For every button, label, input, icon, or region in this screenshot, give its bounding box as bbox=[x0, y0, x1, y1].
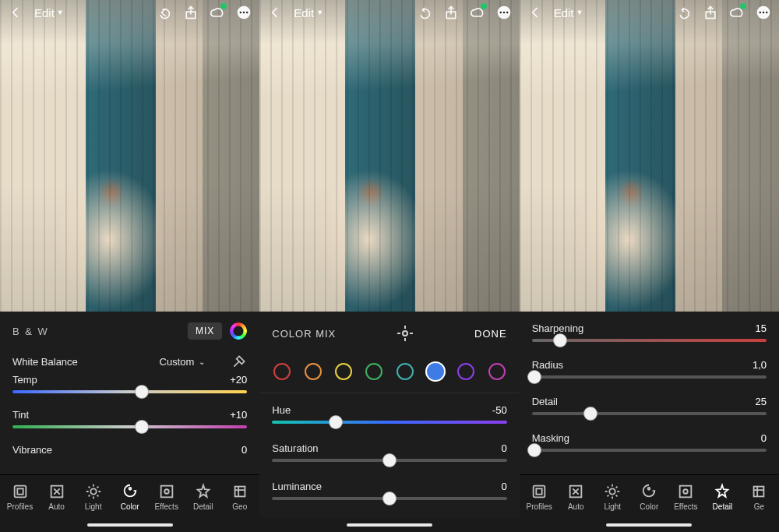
back-icon[interactable] bbox=[527, 5, 543, 20]
controls-panel: B & W MIX White Balance Custom ⌄ Temp+20 bbox=[0, 312, 259, 532]
color-icon bbox=[640, 483, 657, 500]
slider-thumb[interactable] bbox=[527, 370, 541, 384]
cloud-sync-icon[interactable] bbox=[210, 5, 225, 20]
tab-light[interactable]: Light bbox=[78, 483, 109, 511]
mode-selector[interactable]: Edit▼ bbox=[34, 6, 64, 19]
undo-icon[interactable] bbox=[417, 5, 432, 20]
swatch-magenta[interactable] bbox=[488, 363, 506, 380]
sharpen-slider[interactable] bbox=[532, 339, 767, 342]
tab-profiles[interactable]: Profiles bbox=[5, 483, 36, 511]
share-icon[interactable] bbox=[703, 5, 718, 20]
home-indicator bbox=[259, 518, 519, 532]
photo-preview[interactable] bbox=[520, 0, 779, 312]
top-bar: Edit▼ bbox=[520, 0, 779, 25]
svg-point-4 bbox=[246, 12, 249, 14]
tab-effects[interactable]: Effects bbox=[670, 483, 701, 511]
tab-geo[interactable]: Geo bbox=[224, 483, 256, 511]
slider-thumb[interactable] bbox=[583, 407, 597, 421]
auto-icon bbox=[567, 483, 584, 500]
eyedropper-icon[interactable] bbox=[231, 354, 247, 369]
tab-label: Effects bbox=[674, 502, 697, 511]
temp-slider[interactable] bbox=[12, 390, 247, 393]
wb-selector[interactable]: Custom ⌄ bbox=[160, 356, 206, 368]
swatch-red[interactable] bbox=[273, 363, 291, 380]
slider-thumb[interactable] bbox=[135, 385, 149, 399]
slider-thumb[interactable] bbox=[382, 453, 397, 467]
radius-slider[interactable] bbox=[532, 375, 767, 379]
svg-rect-12 bbox=[234, 486, 245, 496]
slider-thumb[interactable] bbox=[135, 420, 149, 434]
svg-point-18 bbox=[403, 331, 407, 336]
mix-button[interactable]: MIX bbox=[188, 322, 222, 340]
undo-icon[interactable] bbox=[157, 5, 172, 20]
swatch-yellow[interactable] bbox=[335, 363, 352, 380]
tab-effects[interactable]: Effects bbox=[151, 483, 182, 511]
tab-auto[interactable]: Auto bbox=[41, 483, 72, 511]
svg-rect-10 bbox=[160, 485, 172, 497]
more-icon[interactable] bbox=[756, 5, 771, 20]
mask-slider[interactable] bbox=[532, 449, 767, 452]
swatch-blue[interactable] bbox=[427, 363, 444, 380]
hue-value: -50 bbox=[492, 404, 507, 416]
svg-point-17 bbox=[506, 12, 509, 14]
svg-point-21 bbox=[760, 12, 762, 14]
cloud-sync-icon[interactable] bbox=[729, 5, 745, 20]
photo-preview[interactable] bbox=[0, 0, 259, 312]
tab-auto[interactable]: Auto bbox=[560, 483, 591, 511]
svg-rect-31 bbox=[754, 486, 764, 496]
home-indicator bbox=[520, 518, 779, 532]
swatch-purple[interactable] bbox=[457, 363, 474, 380]
svg-point-9 bbox=[129, 487, 131, 489]
swatch-teal[interactable] bbox=[397, 363, 414, 380]
tab-label: Profiles bbox=[526, 502, 552, 511]
cloud-sync-icon[interactable] bbox=[470, 5, 485, 20]
tab-detail[interactable]: Detail bbox=[188, 483, 219, 511]
swatch-green[interactable] bbox=[365, 363, 382, 380]
slider-thumb[interactable] bbox=[553, 333, 567, 347]
tint-label: Tint bbox=[12, 409, 29, 421]
undo-icon[interactable] bbox=[676, 5, 692, 20]
hue-slider[interactable] bbox=[272, 421, 506, 424]
vibrance-value: 0 bbox=[241, 444, 247, 456]
svg-rect-6 bbox=[17, 488, 23, 494]
wb-label: White Balance bbox=[12, 356, 78, 368]
svg-point-11 bbox=[164, 489, 169, 494]
detail-slider[interactable] bbox=[532, 412, 767, 415]
share-icon[interactable] bbox=[443, 5, 459, 20]
sat-slider[interactable] bbox=[272, 459, 506, 462]
mode-selector[interactable]: Edit▼ bbox=[554, 6, 583, 19]
tab-ge[interactable]: Ge bbox=[743, 483, 774, 511]
tool-tabbar: ProfilesAutoLightColorEffectsDetailGe bbox=[520, 474, 779, 518]
swatch-orange[interactable] bbox=[305, 363, 322, 380]
mode-selector[interactable]: Edit▼ bbox=[294, 6, 323, 19]
slider-thumb[interactable] bbox=[382, 491, 397, 506]
share-icon[interactable] bbox=[183, 5, 199, 20]
more-icon[interactable] bbox=[496, 5, 512, 20]
tab-light[interactable]: Light bbox=[597, 483, 628, 511]
detail-value: 25 bbox=[756, 396, 767, 407]
more-icon[interactable] bbox=[236, 5, 252, 20]
tab-detail[interactable]: Detail bbox=[707, 483, 738, 511]
ge-icon bbox=[750, 483, 767, 500]
bw-toggle[interactable]: B & W bbox=[12, 326, 49, 337]
svg-point-2 bbox=[240, 12, 242, 14]
hue-ring-icon[interactable] bbox=[230, 322, 247, 340]
tint-slider[interactable] bbox=[12, 425, 247, 428]
tab-profiles[interactable]: Profiles bbox=[523, 483, 555, 511]
photo-preview[interactable] bbox=[259, 0, 519, 312]
profiles-icon bbox=[530, 483, 548, 500]
lum-slider[interactable] bbox=[272, 497, 506, 500]
svg-point-30 bbox=[684, 489, 689, 494]
hue-label: Hue bbox=[272, 404, 291, 416]
slider-thumb[interactable] bbox=[329, 415, 343, 429]
tab-color[interactable]: Color bbox=[115, 483, 146, 511]
back-icon[interactable] bbox=[8, 5, 23, 20]
slider-thumb[interactable] bbox=[527, 443, 541, 457]
target-adjust-icon[interactable] bbox=[396, 324, 414, 343]
light-icon bbox=[85, 483, 102, 500]
done-button[interactable]: DONE bbox=[474, 328, 507, 340]
back-icon[interactable] bbox=[267, 5, 283, 20]
tab-color[interactable]: Color bbox=[633, 483, 664, 511]
pane-detail: Edit▼ Sharpening15 Radius1,0 Detail25 bbox=[520, 0, 779, 532]
sat-label: Saturation bbox=[272, 442, 318, 454]
